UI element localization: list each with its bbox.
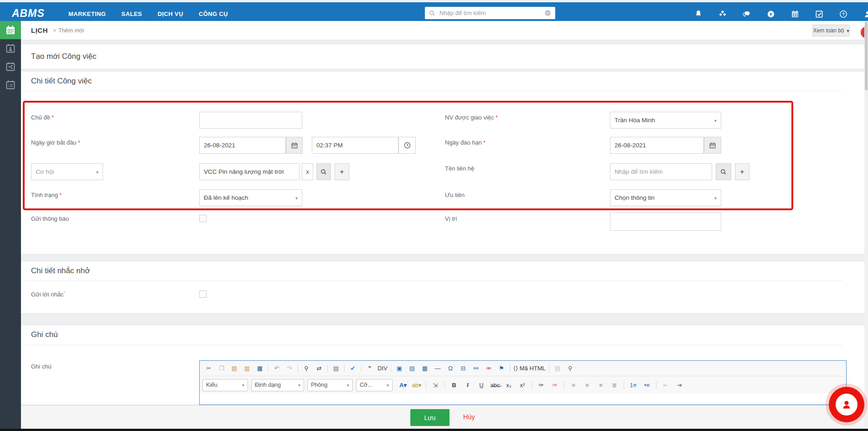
align-right-icon[interactable]: ≡ — [594, 379, 607, 390]
sidebar-item-calendar-user[interactable] — [0, 39, 21, 57]
start-time-clock-button[interactable] — [398, 137, 416, 154]
gui-thong-bao-checkbox[interactable] — [199, 215, 207, 222]
uu-tien-select[interactable]: Chọn thông tin — [610, 189, 721, 206]
horizontal-rule-icon[interactable]: ― — [431, 363, 444, 374]
save-button[interactable]: Lưu — [410, 409, 450, 426]
text-color-icon[interactable]: A▾ — [397, 379, 409, 390]
bold-icon[interactable]: B — [448, 379, 460, 390]
rich-text-editor[interactable]: ✂❐▤▥▦↶↷⚲⇄▧✔”DIV▣▤▦―Ω⊟⚯⚮⚑⟨⟩ Mã HTML▤⚲ Kiể… — [199, 360, 847, 405]
calendar-icon[interactable] — [790, 10, 800, 19]
user-icon[interactable] — [863, 10, 868, 19]
templates-icon[interactable]: ▤ — [551, 363, 564, 374]
search-scope-chevron-icon[interactable] — [544, 9, 552, 17]
source-code-button[interactable]: ⟨⟩ Mã HTML — [512, 363, 547, 374]
align-justify-icon[interactable]: ≣ — [608, 379, 621, 390]
copy-format-icon[interactable]: ✑ — [535, 379, 548, 390]
align-center-icon[interactable]: ≡ — [581, 379, 594, 390]
nav-dich-vu[interactable]: DỊCH VỤ — [158, 10, 183, 17]
select-all-icon[interactable]: ▧ — [330, 363, 342, 374]
support-float-button[interactable] — [829, 387, 864, 422]
italic-icon[interactable]: I — [461, 379, 474, 390]
toolbar-separator[interactable] — [268, 364, 269, 372]
bg-color-icon[interactable]: ab▾ — [410, 379, 423, 390]
co-hoi-type-select[interactable]: Cơ hội — [31, 163, 103, 180]
gui-loi-nhac-checkbox[interactable] — [199, 291, 207, 298]
spellcheck-icon[interactable]: ✔ — [346, 363, 359, 374]
special-char-icon[interactable]: Ω — [444, 363, 457, 374]
anchor-flag-icon[interactable]: ⚑ — [495, 363, 508, 374]
nv-duoc-giao-viec-select[interactable]: Trần Hòa Minh — [610, 112, 721, 129]
start-time-input[interactable] — [312, 137, 398, 154]
copy-icon[interactable]: ❐ — [215, 363, 228, 374]
toolbar-separator[interactable] — [532, 381, 532, 389]
toolbar-separator[interactable] — [361, 364, 362, 372]
superscript-icon[interactable]: x² — [516, 379, 529, 390]
global-search[interactable] — [425, 7, 555, 19]
preview-icon[interactable]: ⚲ — [564, 363, 577, 374]
maximize-icon[interactable]: ⇲ — [429, 379, 442, 390]
add-icon[interactable] — [766, 10, 775, 19]
toolbar-separator[interactable] — [564, 381, 564, 389]
ten-lien-he-add-button[interactable]: + — [735, 163, 749, 180]
toolbar-separator[interactable] — [549, 364, 549, 372]
tinh-trang-select[interactable]: Đã lên kế hoạch — [199, 189, 302, 206]
redo-icon[interactable]: ↷ — [283, 363, 296, 374]
toolbar-separator[interactable] — [327, 364, 328, 372]
ten-lien-he-input[interactable] — [610, 163, 712, 180]
toolbar-separator[interactable] — [391, 364, 391, 372]
bell-icon[interactable] — [694, 10, 703, 19]
co-hoi-search-button[interactable] — [316, 163, 331, 180]
font-dropdown[interactable]: Phông — [307, 379, 353, 391]
due-date-calendar-button[interactable] — [704, 137, 721, 154]
chu-de-input[interactable] — [199, 112, 302, 129]
nav-cong-cu[interactable]: CÔNG CỤ — [199, 10, 228, 17]
chat-icon[interactable] — [742, 10, 751, 19]
breadcrumb-section[interactable]: LỊCH — [31, 26, 48, 34]
unordered-list-icon[interactable]: •≡ — [641, 379, 653, 390]
format-dropdown[interactable]: Định dạng — [251, 379, 304, 391]
nav-marketing[interactable]: MARKETING — [68, 10, 106, 17]
div-container-icon[interactable]: DIV — [376, 363, 389, 374]
iframe-icon[interactable]: ▤ — [406, 363, 418, 374]
underline-icon[interactable]: U̲ — [475, 379, 488, 390]
strikethrough-icon[interactable]: a̶b̶c̶ — [489, 379, 501, 390]
nav-sales[interactable]: SALES — [121, 10, 142, 17]
editor-content-area[interactable] — [200, 394, 846, 405]
help-icon[interactable]: ? — [839, 10, 848, 19]
unlink-icon[interactable]: ⚮ — [482, 363, 495, 374]
page-break-icon[interactable]: ⊟ — [457, 363, 470, 374]
sidebar-item-calendar[interactable] — [0, 21, 21, 39]
blockquote-icon[interactable]: ” — [363, 363, 376, 374]
scrollbar-thumb[interactable] — [865, 22, 868, 90]
tasks-icon[interactable] — [815, 10, 824, 19]
align-left-icon[interactable]: ≡ — [567, 379, 580, 390]
subscript-icon[interactable]: x₂ — [502, 379, 515, 390]
due-date-input[interactable] — [610, 137, 704, 154]
co-hoi-clear-button[interactable]: x — [302, 163, 313, 180]
toolbar-separator[interactable] — [624, 381, 624, 389]
find-icon[interactable]: ⚲ — [300, 363, 313, 374]
remove-format-icon[interactable]: ✑ — [548, 379, 561, 390]
start-date-input[interactable] — [199, 137, 286, 154]
toolbar-separator[interactable] — [298, 364, 298, 372]
undo-icon[interactable]: ↶ — [270, 363, 283, 374]
ten-lien-he-search-button[interactable] — [716, 163, 731, 180]
view-all-button[interactable]: Xem toàn bộ — [812, 25, 850, 36]
image-icon[interactable]: ▣ — [393, 363, 406, 374]
style-dropdown[interactable]: Kiểu — [202, 379, 248, 391]
ordered-list-icon[interactable]: 1≡ — [627, 379, 640, 390]
toolbar-separator[interactable] — [510, 364, 510, 372]
indent-icon[interactable]: ⇥ — [673, 379, 686, 390]
vi-tri-input[interactable] — [610, 213, 721, 231]
replace-icon[interactable]: ⇄ — [313, 363, 326, 374]
cut-icon[interactable]: ✂ — [202, 363, 215, 374]
paste-icon[interactable]: ▤ — [228, 363, 241, 374]
link-icon[interactable]: ⚯ — [470, 363, 482, 374]
search-input[interactable] — [439, 9, 541, 17]
toolbar-separator[interactable] — [344, 364, 345, 372]
sidebar-item-calendar-share[interactable] — [0, 57, 21, 76]
cancel-link[interactable]: Hủy — [463, 413, 475, 421]
toolbar-separator[interactable] — [444, 381, 445, 389]
toolbar-separator[interactable] — [656, 381, 656, 389]
size-dropdown[interactable]: Cỡ... — [356, 379, 393, 391]
